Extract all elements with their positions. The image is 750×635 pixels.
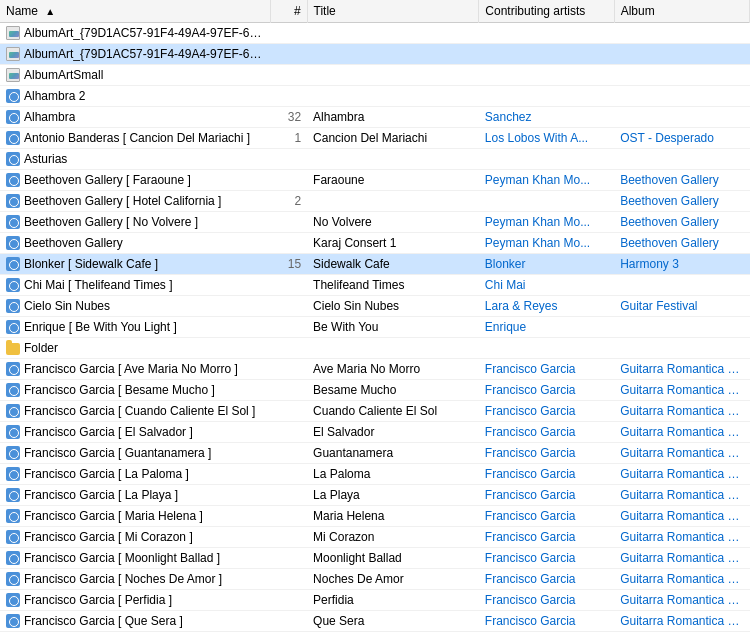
table-row[interactable]: Francisco Garcia [ Moonlight Ballad ]Moo… bbox=[0, 548, 750, 569]
image-icon bbox=[6, 26, 20, 40]
audio-icon bbox=[6, 530, 20, 544]
table-row[interactable]: Alhambra 2 bbox=[0, 86, 750, 107]
cell-title: Be With You bbox=[307, 317, 479, 338]
file-name: Francisco Garcia [ Guantanamera ] bbox=[24, 446, 211, 460]
col-header-title[interactable]: Title bbox=[307, 0, 479, 23]
cell-artist: Peyman Khan Mo... bbox=[479, 170, 614, 191]
table-row[interactable]: Francisco Garcia [ Sunset In Cordoba ]Su… bbox=[0, 632, 750, 636]
cell-album bbox=[614, 317, 749, 338]
cell-title: Cielo Sin Nubes bbox=[307, 296, 479, 317]
file-name: Francisco Garcia [ Noches De Amor ] bbox=[24, 572, 222, 586]
audio-icon bbox=[6, 614, 20, 628]
cell-title bbox=[307, 86, 479, 107]
audio-icon bbox=[6, 425, 20, 439]
file-name: AlbumArtSmall bbox=[24, 68, 103, 82]
table-row[interactable]: Francisco Garcia [ La Paloma ]La PalomaF… bbox=[0, 464, 750, 485]
table-row[interactable]: Francisco Garcia [ Cuando Caliente El So… bbox=[0, 401, 750, 422]
sort-arrow-name: ▲ bbox=[45, 6, 55, 17]
cell-artist: Peyman Khan Mo... bbox=[479, 212, 614, 233]
image-icon bbox=[6, 68, 20, 82]
image-icon bbox=[6, 47, 20, 61]
cell-album bbox=[614, 86, 749, 107]
table-row[interactable]: Francisco Garcia [ Noches De Amor ]Noche… bbox=[0, 569, 750, 590]
col-name-label: Name bbox=[6, 4, 38, 18]
file-name: Enrique [ Be With You Light ] bbox=[24, 320, 177, 334]
table-row[interactable]: Francisco Garcia [ Perfidia ]PerfidiaFra… bbox=[0, 590, 750, 611]
col-header-artist[interactable]: Contributing artists bbox=[479, 0, 614, 23]
cell-album: Guitarra Romantica Espana bbox=[614, 422, 749, 443]
cell-title: Maria Helena bbox=[307, 506, 479, 527]
table-row[interactable]: Asturias bbox=[0, 149, 750, 170]
cell-track-num bbox=[271, 149, 307, 170]
table-row[interactable]: Chi Mai [ Thelifeand Times ]Thelifeand T… bbox=[0, 275, 750, 296]
file-name: Francisco Garcia [ Mi Corazon ] bbox=[24, 530, 193, 544]
table-body: AlbumArt_{79D1AC57-91F4-49A4-97EF-6D...A… bbox=[0, 23, 750, 636]
cell-track-num: 32 bbox=[271, 107, 307, 128]
table-row[interactable]: Beethoven Gallery [ Hotel California ]2B… bbox=[0, 191, 750, 212]
cell-track-num bbox=[271, 296, 307, 317]
table-row[interactable]: Francisco Garcia [ Guantanamera ]Guantan… bbox=[0, 443, 750, 464]
table-row[interactable]: AlbumArtSmall bbox=[0, 65, 750, 86]
col-header-name[interactable]: Name ▲ bbox=[0, 0, 271, 23]
cell-album bbox=[614, 275, 749, 296]
cell-artist: Sanchez bbox=[479, 107, 614, 128]
table-row[interactable]: AlbumArt_{79D1AC57-91F4-49A4-97EF-6D... bbox=[0, 44, 750, 65]
audio-icon bbox=[6, 110, 20, 124]
cell-name: Alhambra bbox=[0, 107, 271, 128]
cell-artist bbox=[479, 191, 614, 212]
col-header-album[interactable]: Album bbox=[614, 0, 749, 23]
cell-artist bbox=[479, 44, 614, 65]
table-row[interactable]: Enrique [ Be With You Light ]Be With You… bbox=[0, 317, 750, 338]
table-row[interactable]: Francisco Garcia [ Besame Mucho ]Besame … bbox=[0, 380, 750, 401]
table-row[interactable]: Beethoven Gallery [ Faraoune ]FaraounePe… bbox=[0, 170, 750, 191]
file-name: Francisco Garcia [ Moonlight Ballad ] bbox=[24, 551, 220, 565]
file-list-container[interactable]: Name ▲ # Title Contributing artists Albu… bbox=[0, 0, 750, 635]
col-album-label: Album bbox=[621, 4, 655, 18]
file-name: AlbumArt_{79D1AC57-91F4-49A4-97EF-6D... bbox=[24, 26, 265, 40]
table-row[interactable]: Antonio Banderas [ Cancion Del Mariachi … bbox=[0, 128, 750, 149]
file-name: Beethoven Gallery [ Faraoune ] bbox=[24, 173, 191, 187]
file-name: Folder bbox=[24, 341, 58, 355]
audio-icon bbox=[6, 236, 20, 250]
cell-album: Guitarra Romantica Espana bbox=[614, 590, 749, 611]
cell-title: Sunset In Cordoba bbox=[307, 632, 479, 636]
file-name: Beethoven Gallery [ Hotel California ] bbox=[24, 194, 221, 208]
col-num-label: # bbox=[294, 4, 301, 18]
table-row[interactable]: Beethoven GalleryKaraj Consert 1Peyman K… bbox=[0, 233, 750, 254]
cell-title: Guantanamera bbox=[307, 443, 479, 464]
table-row[interactable]: Cielo Sin NubesCielo Sin NubesLara & Rey… bbox=[0, 296, 750, 317]
cell-artist: Francisco Garcia bbox=[479, 611, 614, 632]
cell-name: Francisco Garcia [ Cuando Caliente El So… bbox=[0, 401, 271, 422]
table-row[interactable]: Francisco Garcia [ Maria Helena ]Maria H… bbox=[0, 506, 750, 527]
audio-icon bbox=[6, 467, 20, 481]
file-name: Francisco Garcia [ Besame Mucho ] bbox=[24, 383, 215, 397]
table-row[interactable]: Francisco Garcia [ El Salvador ]El Salva… bbox=[0, 422, 750, 443]
table-row[interactable]: Beethoven Gallery [ No Volvere ]No Volve… bbox=[0, 212, 750, 233]
audio-icon bbox=[6, 572, 20, 586]
cell-artist: Francisco Garcia bbox=[479, 506, 614, 527]
cell-name: AlbumArt_{79D1AC57-91F4-49A4-97EF-6D... bbox=[0, 44, 271, 65]
cell-artist bbox=[479, 65, 614, 86]
col-header-num[interactable]: # bbox=[271, 0, 307, 23]
cell-title: Karaj Consert 1 bbox=[307, 233, 479, 254]
cell-title: No Volvere bbox=[307, 212, 479, 233]
table-row[interactable]: Francisco Garcia [ Mi Corazon ]Mi Corazo… bbox=[0, 527, 750, 548]
table-row[interactable]: Francisco Garcia [ Ave Maria No Morro ]A… bbox=[0, 359, 750, 380]
file-name: Antonio Banderas [ Cancion Del Mariachi … bbox=[24, 131, 250, 145]
cell-track-num bbox=[271, 380, 307, 401]
cell-name: Francisco Garcia [ Que Sera ] bbox=[0, 611, 271, 632]
table-row[interactable]: Folder bbox=[0, 338, 750, 359]
cell-track-num bbox=[271, 170, 307, 191]
audio-icon bbox=[6, 299, 20, 313]
table-row[interactable]: AlbumArt_{79D1AC57-91F4-49A4-97EF-6D... bbox=[0, 23, 750, 44]
audio-icon bbox=[6, 257, 20, 271]
table-row[interactable]: Blonker [ Sidewalk Cafe ]15Sidewalk Cafe… bbox=[0, 254, 750, 275]
cell-name: AlbumArt_{79D1AC57-91F4-49A4-97EF-6D... bbox=[0, 23, 271, 44]
cell-album bbox=[614, 107, 749, 128]
table-row[interactable]: Francisco Garcia [ Que Sera ]Que SeraFra… bbox=[0, 611, 750, 632]
table-row[interactable]: Francisco Garcia [ La Playa ]La PlayaFra… bbox=[0, 485, 750, 506]
cell-album: OST - Desperado bbox=[614, 128, 749, 149]
cell-artist bbox=[479, 23, 614, 44]
table-row[interactable]: Alhambra32AlhambraSanchez bbox=[0, 107, 750, 128]
cell-name: Francisco Garcia [ La Paloma ] bbox=[0, 464, 271, 485]
